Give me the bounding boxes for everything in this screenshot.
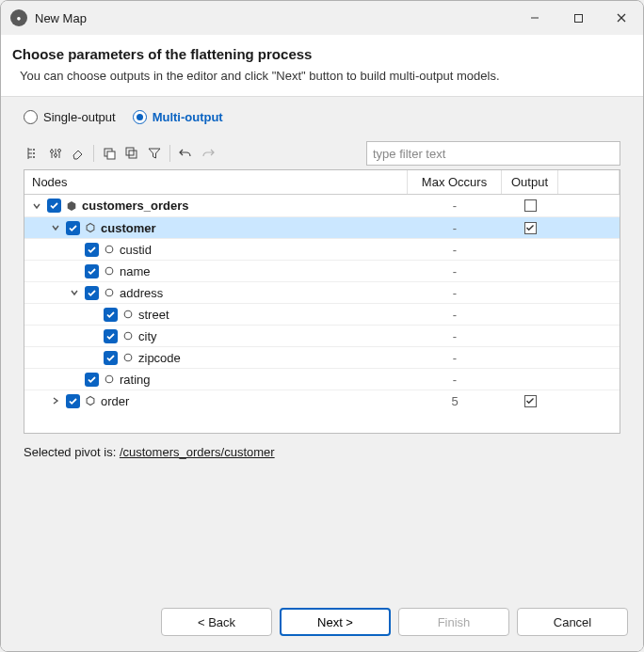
node-label: rating: [120, 373, 151, 387]
node-checkbox[interactable]: [66, 221, 80, 235]
filter-placeholder: type filter text: [373, 147, 445, 161]
radio-single-output[interactable]: Single-output: [24, 110, 116, 124]
svg-point-11: [58, 150, 61, 152]
cell-nodes: zipcode: [24, 351, 408, 365]
dialog-content: Choose parameters of the flattening proc…: [1, 35, 643, 651]
node-checkbox[interactable]: [85, 286, 99, 300]
selected-pivot: Selected pivot is: /customers_orders/cus…: [24, 445, 620, 459]
tree-row[interactable]: street-: [24, 303, 620, 325]
wizard-title: Choose parameters of the flattening proc…: [12, 46, 628, 62]
cell-nodes: address: [24, 286, 408, 300]
copy-icon[interactable]: [100, 144, 119, 163]
col-nodes[interactable]: Nodes: [24, 170, 408, 194]
collapse-icon[interactable]: [49, 221, 62, 234]
tree-row[interactable]: rating-: [24, 368, 620, 390]
cell-nodes: street: [24, 308, 408, 322]
node-label: street: [138, 308, 169, 322]
node-checkbox[interactable]: [85, 373, 99, 387]
tree-row[interactable]: customer-: [24, 216, 620, 238]
undo-icon[interactable]: [176, 144, 195, 163]
filter-icon[interactable]: [145, 144, 164, 163]
collapse-icon[interactable]: [30, 199, 43, 213]
cell-output[interactable]: [502, 199, 558, 212]
table-header: Nodes Max Occurs Output: [24, 170, 620, 195]
maximize-button[interactable]: [556, 1, 600, 35]
node-checkbox[interactable]: [47, 199, 61, 213]
stack-icon[interactable]: [122, 144, 141, 163]
hex-outline-icon: [84, 394, 97, 407]
col-max-occurs[interactable]: Max Occurs: [408, 170, 502, 194]
tree-row[interactable]: custid-: [24, 238, 620, 260]
node-checkbox[interactable]: [104, 351, 118, 365]
circle-icon: [103, 264, 116, 278]
wizard-header: Choose parameters of the flattening proc…: [1, 35, 643, 97]
dialog-window: ● New Map Choose parameters of the flatt…: [0, 0, 644, 652]
node-checkbox[interactable]: [104, 329, 118, 343]
node-label: customers_orders: [82, 199, 188, 213]
circle-icon: [103, 286, 116, 299]
wizard-description: You can choose outputs in the editor and…: [20, 68, 628, 85]
twisty-spacer: [87, 351, 100, 364]
eraser-icon[interactable]: [69, 144, 88, 163]
cell-max-occurs: -: [408, 264, 502, 278]
node-checkbox[interactable]: [85, 243, 99, 257]
titlebar[interactable]: ● New Map: [1, 1, 643, 35]
node-checkbox[interactable]: [66, 394, 80, 408]
close-button[interactable]: [600, 1, 643, 35]
collapse-icon[interactable]: [68, 286, 81, 299]
node-checkbox[interactable]: [85, 264, 99, 278]
radio-multi-output[interactable]: Multi-output: [133, 110, 223, 124]
col-output[interactable]: Output: [502, 170, 558, 194]
output-checkbox[interactable]: [524, 222, 537, 234]
filter-input[interactable]: type filter text: [366, 141, 620, 166]
tree-row[interactable]: address-: [24, 281, 620, 303]
circle-icon: [121, 351, 135, 364]
toolbar-row: type filter text: [24, 141, 620, 166]
wizard-footer: < Back Next > Finish Cancel: [1, 596, 643, 651]
expand-icon[interactable]: [49, 394, 62, 407]
cell-output[interactable]: [502, 395, 558, 407]
cell-nodes: name: [24, 264, 408, 278]
hex-dark-icon: [65, 199, 78, 213]
cancel-button[interactable]: Cancel: [517, 608, 628, 636]
node-checkbox[interactable]: [104, 308, 118, 322]
back-button[interactable]: < Back: [161, 608, 272, 636]
minimize-button[interactable]: [513, 1, 556, 35]
output-checkbox[interactable]: [524, 395, 537, 407]
svg-point-8: [33, 156, 35, 158]
settings-icon[interactable]: [46, 144, 65, 163]
toolbar-separator: [169, 145, 170, 162]
tree-row[interactable]: zipcode-: [24, 346, 620, 368]
cell-nodes: customer: [24, 221, 408, 235]
radio-label: Single-output: [43, 110, 116, 124]
circle-icon: [103, 373, 116, 386]
pivot-prefix: Selected pivot is:: [24, 445, 120, 459]
radio-label: Multi-output: [153, 110, 223, 124]
circle-icon: [121, 329, 135, 342]
svg-point-9: [51, 151, 54, 153]
next-button[interactable]: Next >: [280, 608, 391, 636]
cell-max-occurs: -: [408, 221, 502, 235]
tree-row[interactable]: order5: [24, 390, 620, 411]
svg-point-20: [124, 332, 132, 340]
table-filler: [24, 411, 620, 433]
window-title: New Map: [35, 11, 513, 25]
cell-nodes: customers_orders: [24, 199, 408, 213]
expand-tree-icon[interactable]: [24, 144, 42, 163]
node-label: custid: [120, 243, 152, 257]
tree-row[interactable]: name-: [24, 260, 620, 281]
svg-point-22: [105, 375, 113, 383]
tree-row[interactable]: customers_orders-: [24, 195, 620, 216]
output-checkbox[interactable]: [524, 199, 537, 212]
tree-row[interactable]: city-: [24, 325, 620, 346]
svg-rect-13: [107, 151, 115, 159]
cell-max-occurs: -: [408, 329, 502, 343]
cell-output[interactable]: [502, 222, 558, 234]
cell-max-occurs: -: [408, 199, 502, 213]
twisty-spacer: [87, 329, 100, 342]
redo-icon[interactable]: [199, 144, 217, 163]
cell-max-occurs: -: [408, 286, 502, 300]
cell-max-occurs: -: [408, 373, 502, 387]
cell-max-occurs: -: [408, 351, 502, 365]
twisty-spacer: [68, 243, 81, 256]
